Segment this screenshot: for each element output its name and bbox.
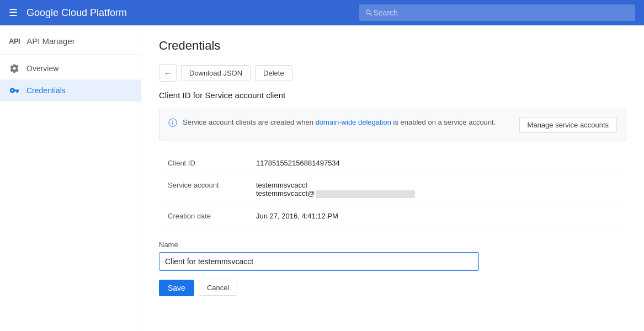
download-json-button[interactable]: Download JSON bbox=[181, 65, 251, 81]
back-arrow-icon: ← bbox=[164, 69, 171, 77]
section-subtitle: Client ID for Service account client bbox=[159, 90, 626, 100]
search-input[interactable] bbox=[373, 8, 630, 17]
sidebar-item-label-credentials: Credentials bbox=[26, 86, 66, 95]
creation-date-label: Creation date bbox=[159, 205, 247, 227]
name-input[interactable] bbox=[159, 252, 479, 271]
sidebar-item-overview[interactable]: Overview bbox=[0, 57, 141, 79]
name-field-label: Name bbox=[159, 241, 626, 249]
delegation-link[interactable]: domain-wide delegation bbox=[316, 118, 391, 126]
creation-date-value: Jun 27, 2016, 4:41:12 PM bbox=[247, 205, 626, 227]
top-navbar: ☰ Google Cloud Platform bbox=[0, 0, 644, 25]
sidebar-header: API API Manager bbox=[0, 30, 141, 52]
search-bar[interactable] bbox=[359, 4, 635, 21]
service-account-label: Service account bbox=[159, 174, 247, 205]
client-id-label: Client ID bbox=[159, 152, 247, 174]
key-icon bbox=[9, 85, 20, 96]
overview-icon bbox=[9, 63, 20, 74]
sidebar-item-label-overview: Overview bbox=[26, 64, 58, 73]
sidebar: API API Manager Overview Credentials bbox=[0, 25, 141, 331]
data-table: Client ID 117851552156881497534 Service … bbox=[159, 152, 626, 227]
sidebar-divider bbox=[0, 55, 141, 55]
redacted-email bbox=[316, 190, 415, 198]
service-account-value: testemmsvcacct testemmsvcacct@ bbox=[247, 174, 626, 205]
client-id-value: 117851552156881497534 bbox=[247, 152, 626, 174]
cancel-button[interactable]: Cancel bbox=[199, 280, 237, 296]
save-button[interactable]: Save bbox=[159, 280, 194, 296]
table-row-service-account: Service account testemmsvcacct testemmsv… bbox=[159, 174, 626, 205]
page-title: Credentials bbox=[159, 39, 626, 53]
name-field-group: Name bbox=[159, 241, 626, 271]
manage-service-accounts-button[interactable]: Manage service accounts bbox=[519, 117, 617, 133]
back-button[interactable]: ← bbox=[159, 64, 177, 82]
table-row-creation-date: Creation date Jun 27, 2016, 4:41:12 PM bbox=[159, 205, 626, 227]
sidebar-item-credentials[interactable]: Credentials bbox=[0, 79, 141, 102]
hamburger-menu-icon[interactable]: ☰ bbox=[9, 7, 18, 19]
info-box-content: ⓘ Service account clients are created wh… bbox=[168, 117, 510, 129]
content-area: Credentials ← Download JSON Delete Clien… bbox=[141, 25, 644, 331]
sidebar-product-name: API Manager bbox=[26, 36, 75, 46]
delete-button[interactable]: Delete bbox=[255, 65, 292, 81]
info-text: Service account clients are created when… bbox=[183, 117, 496, 128]
app-title: Google Cloud Platform bbox=[26, 7, 127, 19]
main-layout: API API Manager Overview Credentials Cre… bbox=[0, 25, 644, 331]
info-box: ⓘ Service account clients are created wh… bbox=[159, 109, 626, 141]
action-buttons: Save Cancel bbox=[159, 280, 626, 296]
info-icon: ⓘ bbox=[168, 118, 177, 129]
api-badge: API bbox=[9, 37, 20, 45]
search-icon bbox=[365, 8, 373, 17]
toolbar: ← Download JSON Delete bbox=[159, 64, 626, 82]
table-row-client-id: Client ID 117851552156881497534 bbox=[159, 152, 626, 174]
